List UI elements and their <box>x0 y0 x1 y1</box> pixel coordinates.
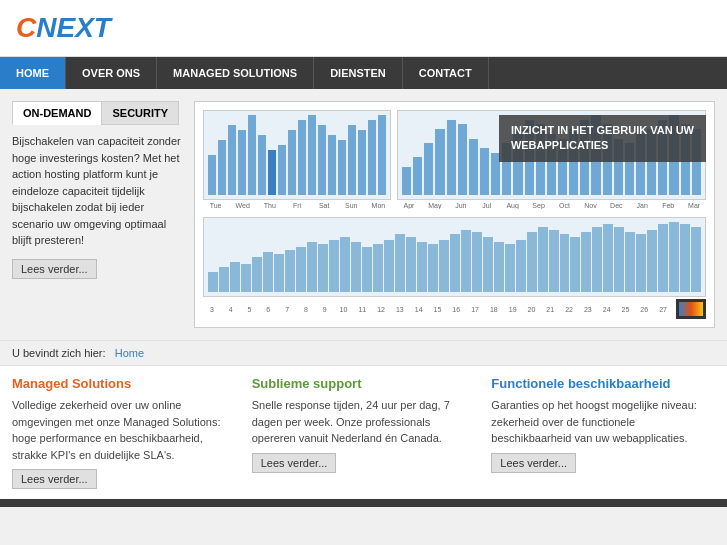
axis-label: Jul <box>475 202 499 209</box>
breadcrumb-home[interactable]: Home <box>115 347 144 359</box>
chart2-footer: 3456789101112131415161718192021222324252… <box>203 299 706 319</box>
bar2 <box>549 230 559 292</box>
axis-label2: 7 <box>278 306 296 313</box>
bar2 <box>307 242 317 292</box>
bar2 <box>439 240 449 292</box>
tab-content: Bijschakelen van capaciteit zonder hoge … <box>12 133 182 279</box>
bar2 <box>691 227 701 292</box>
axis-label: Aug <box>501 202 525 209</box>
bottom-text-beschikbaarheid: Garanties op het hoogst mogelijke niveau… <box>491 397 715 447</box>
tab-on-demand[interactable]: ON-DEMAND <box>12 101 101 125</box>
tabs: ON-DEMAND SECURITY <box>12 101 182 125</box>
bar <box>298 120 306 195</box>
logo: C NEXT <box>16 12 711 44</box>
bar <box>248 115 256 195</box>
bar2 <box>296 247 306 292</box>
bar2 <box>340 237 350 292</box>
footer-bar <box>0 499 727 507</box>
bar2 <box>285 250 295 292</box>
axis-label: Mon <box>366 202 391 209</box>
bar2 <box>636 234 646 292</box>
bar2 <box>219 267 229 292</box>
axis-label: Apr <box>397 202 421 209</box>
bar <box>318 125 326 195</box>
bar2 <box>428 244 438 292</box>
nav-item-home[interactable]: HOME <box>0 57 66 89</box>
nav-item-diensten[interactable]: DIENSTEN <box>314 57 403 89</box>
bar2 <box>483 237 493 292</box>
axis-label: Sun <box>339 202 364 209</box>
bar2 <box>318 244 328 292</box>
axis-label2: 21 <box>541 306 559 313</box>
axis-label2: 5 <box>241 306 259 313</box>
bar2 <box>406 237 416 292</box>
bar <box>435 129 444 195</box>
axis-label2: 22 <box>560 306 578 313</box>
bottom-col-support: Sublieme support Snelle response tijden,… <box>252 376 476 489</box>
bar <box>447 120 456 195</box>
bar <box>358 130 366 195</box>
axis-label: Mar <box>682 202 706 209</box>
axis-label: Thu <box>257 202 282 209</box>
bar2 <box>395 234 405 292</box>
lees-verder-button[interactable]: Lees verder... <box>12 259 97 279</box>
bar <box>424 143 433 195</box>
bar2 <box>230 262 240 292</box>
axis-label: Feb <box>656 202 680 209</box>
axis-label2: 6 <box>259 306 277 313</box>
bottom-text-managed: Volledige zekerheid over uw online omgev… <box>12 397 236 463</box>
bar <box>308 115 316 195</box>
axis-label: Wed <box>230 202 255 209</box>
bar2 <box>603 224 613 292</box>
tab-security[interactable]: SECURITY <box>101 101 179 125</box>
bar <box>348 125 356 195</box>
bar <box>238 130 246 195</box>
bottom-title-managed: Managed Solutions <box>12 376 236 391</box>
chart-icon-inner <box>679 302 703 316</box>
axis-label2: 15 <box>429 306 447 313</box>
bar2 <box>494 242 504 292</box>
chart-overlay: INZICHT IN HET GEBRUIK VAN UW WEBAPPLICA… <box>499 115 706 162</box>
axis-label: Tue <box>203 202 228 209</box>
tab-text: Bijschakelen van capaciteit zonder hoge … <box>12 133 182 249</box>
bottom-sections: Managed Solutions Volledige zekerheid ov… <box>0 365 727 499</box>
bar2 <box>252 257 262 292</box>
lees-btn-beschikbaarheid[interactable]: Lees verder... <box>491 453 576 473</box>
axis-label2: 4 <box>222 306 240 313</box>
bar2 <box>373 244 383 292</box>
axis-label: Sep <box>527 202 551 209</box>
axis-label: May <box>423 202 447 209</box>
logo-c: C <box>16 12 36 44</box>
bar2 <box>208 272 218 292</box>
bar <box>402 167 411 195</box>
bar2 <box>274 254 284 292</box>
bar2 <box>351 242 361 292</box>
lees-btn-managed[interactable]: Lees verder... <box>12 469 97 489</box>
bar2 <box>527 232 537 292</box>
nav-item-over-ons[interactable]: OVER ONS <box>66 57 157 89</box>
bar2 <box>669 222 679 292</box>
chart-icon[interactable] <box>676 299 706 319</box>
nav: HOME OVER ONS MANAGED SOLUTIONS DIENSTEN… <box>0 57 727 89</box>
axis-label2: 26 <box>635 306 653 313</box>
axis-label2: 23 <box>579 306 597 313</box>
nav-item-managed[interactable]: MANAGED SOLUTIONS <box>157 57 314 89</box>
lees-btn-support[interactable]: Lees verder... <box>252 453 337 473</box>
logo-next: NEXT <box>36 12 111 44</box>
axis-label2: 18 <box>485 306 503 313</box>
axis-label: Jan <box>630 202 654 209</box>
bar2 <box>450 234 460 292</box>
bar <box>328 135 336 195</box>
nav-item-contact[interactable]: CONTACT <box>403 57 489 89</box>
bar2 <box>516 240 526 292</box>
bar2 <box>461 230 471 292</box>
axis-label2: 8 <box>297 306 315 313</box>
axis-label2: 13 <box>391 306 409 313</box>
axis-label: Fri <box>284 202 309 209</box>
chart-section-2: 3456789101112131415161718192021222324252… <box>203 217 706 319</box>
axis-label: Jun <box>449 202 473 209</box>
bar2 <box>417 242 427 292</box>
axis-label2: 11 <box>353 306 371 313</box>
bar2 <box>329 240 339 292</box>
bar2 <box>384 240 394 292</box>
